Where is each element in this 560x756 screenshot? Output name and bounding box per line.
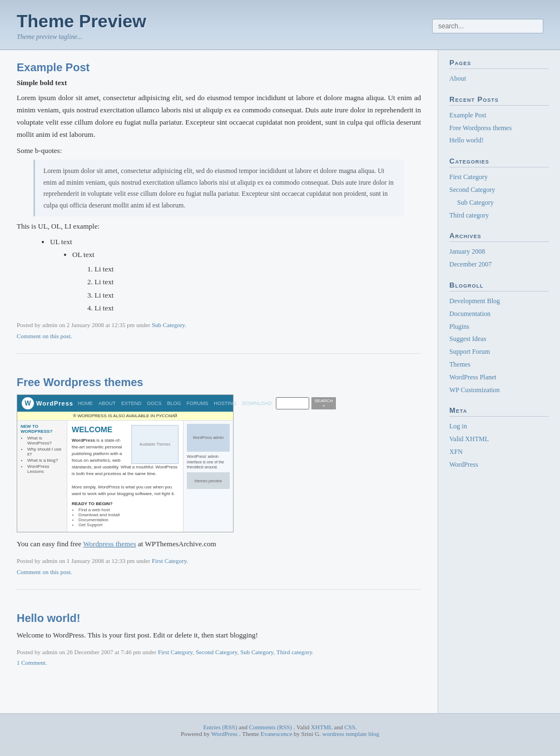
- site-footer: Entries (RSS) and Comments (RSS) . Valid…: [0, 713, 560, 747]
- post-meta-hello-text: Posted by admin on 26 December 2007 at 7…: [17, 649, 156, 655]
- sidebar-blogroll-6[interactable]: WordPress Planet: [449, 371, 549, 384]
- post-wordpress-themes: Free Wordpress themes W WordPress HOME A…: [17, 376, 421, 590]
- post-list-section: UL text OL text Li text Li text Li text …: [28, 235, 421, 314]
- sidebar-recent-posts: Recent Posts Example Post Free Wordpress…: [449, 95, 549, 147]
- footer-xhtml-link[interactable]: XHTML: [311, 724, 333, 730]
- sidebar-meta-3[interactable]: WordPress: [449, 458, 549, 471]
- wp-nav-blog[interactable]: BLOG: [167, 401, 181, 406]
- footer-entries-rss[interactable]: Entries (RSS): [204, 724, 237, 730]
- footer-css-link[interactable]: CSS: [344, 724, 355, 730]
- sidebar-pages-about[interactable]: About: [449, 72, 549, 85]
- sidebar-cat-0[interactable]: First Category: [449, 171, 549, 184]
- wp-new-item-1: What is WordPress?: [27, 436, 63, 446]
- post-hello-comment[interactable]: 1 Comment.: [17, 659, 47, 666]
- wp-nav-forums[interactable]: FORUMS: [186, 401, 208, 406]
- wp-nav-hosting[interactable]: HOSTING: [214, 401, 236, 406]
- footer-evanescence-link[interactable]: Evanescence: [261, 730, 293, 737]
- sidebar-meta-title: Meta: [449, 406, 549, 417]
- sidebar-cat-1[interactable]: Second Category: [449, 184, 549, 196]
- post-hello-cat4[interactable]: Third category: [276, 649, 312, 655]
- wp-nav-about[interactable]: ABOUT: [98, 401, 116, 406]
- wp-new-list: What is WordPress? Why should I use it? …: [21, 436, 63, 474]
- wp-right-text: WordPress' admin interface is one of the…: [187, 454, 230, 470]
- sidebar-cat-3[interactable]: Third category: [449, 209, 549, 222]
- wp-ready-item-1: Find a web host: [78, 507, 179, 512]
- sidebar-archive-1[interactable]: December 2007: [449, 258, 549, 271]
- footer-line1: Entries (RSS) and Comments (RSS) . Valid…: [10, 724, 550, 730]
- li-item-3: Li text: [95, 289, 421, 302]
- wp-new-heading: NEW TO WORDPRESS?: [21, 424, 63, 434]
- sidebar-blogroll-title: Blogroll: [449, 281, 549, 291]
- sidebar-meta-0[interactable]: Log in: [449, 420, 549, 433]
- post-wp-themes-link[interactable]: Wordpress themes: [83, 540, 136, 548]
- site-header: Theme Preview Theme preview tagline...: [0, 0, 560, 50]
- sidebar-recent-post-0[interactable]: Example Post: [449, 109, 549, 122]
- post-blockquote: Lorem ipsum dolor sit amet, consectetur …: [33, 160, 404, 216]
- sidebar-blogroll-1[interactable]: Documentation: [449, 308, 549, 320]
- post-title-wp: Free Wordpress themes: [17, 376, 421, 389]
- wp-main-body: Available Themes WELCOME WordPress is a …: [67, 421, 183, 532]
- wp-body: NEW TO WORDPRESS? What is WordPress? Why…: [17, 421, 233, 532]
- footer-period: .: [294, 724, 295, 730]
- footer-period2: .: [355, 724, 357, 730]
- ul-item: UL text: [50, 235, 421, 248]
- wp-nav-home[interactable]: HOME: [78, 401, 93, 406]
- search-input[interactable]: [432, 19, 543, 33]
- wp-ready-heading: READY TO BEGIN?: [72, 501, 113, 506]
- wp-sidebar-left: NEW TO WORDPRESS? What is WordPress? Why…: [17, 421, 67, 532]
- post-hello-world: Hello world! Welcome to WordPress. This …: [17, 612, 421, 680]
- site-title: Theme Preview: [17, 11, 146, 32]
- post-category-link[interactable]: Sub Category: [152, 322, 185, 328]
- header-search: [432, 19, 543, 33]
- wp-nav-extend[interactable]: EXTEND: [121, 401, 142, 406]
- sidebar: Pages About Recent Posts Example Post Fr…: [438, 50, 560, 713]
- wordpress-screenshot: W WordPress HOME ABOUT EXTEND DOCS BLOG …: [17, 394, 234, 532]
- post-hello-cat2[interactable]: Second Category: [196, 649, 237, 655]
- sidebar-blogroll-4[interactable]: Support Forum: [449, 345, 549, 358]
- sidebar-archives: Archives January 2008 December 2007: [449, 231, 549, 271]
- post-hello-cat1[interactable]: First Category: [158, 649, 193, 655]
- footer-powered: Powered by: [181, 730, 210, 737]
- sidebar-meta-1[interactable]: Valid XHTML: [449, 433, 549, 446]
- post-bquotes-heading: Some b-quotes:: [17, 146, 421, 155]
- post-wp-category-link[interactable]: First Category: [152, 557, 187, 564]
- post-list-intro: This is UL, OL, LI example:: [17, 222, 421, 231]
- sidebar-meta: Meta Log in Valid XHTML XFN WordPress: [449, 406, 549, 471]
- sidebar-blogroll: Blogroll Development Blog Documentation …: [449, 281, 549, 396]
- footer-wordpress-link[interactable]: WordPress: [211, 730, 237, 737]
- post-title-link-wp[interactable]: Free Wordpress themes: [17, 376, 143, 388]
- footer-wordress-blog-link[interactable]: wordress template blog: [322, 730, 379, 737]
- post-title-example: Example Post: [17, 61, 421, 74]
- sidebar-blogroll-2[interactable]: Plugins: [449, 320, 549, 333]
- wp-screenshot-header: W WordPress HOME ABOUT EXTEND DOCS BLOG …: [17, 395, 233, 412]
- wp-right-col: WordPress admin WordPress' admin interfa…: [183, 421, 233, 532]
- sidebar-cat-2[interactable]: Sub Category: [449, 196, 549, 209]
- wp-search-input[interactable]: [276, 397, 309, 409]
- post-wp-comment-link[interactable]: Comment on this post.: [17, 569, 72, 575]
- post-title-link-hello[interactable]: Hello world!: [17, 612, 80, 624]
- wp-themes-img: Available Themes: [131, 425, 179, 464]
- wp-right-img2: themes preview: [187, 472, 230, 489]
- wp-nav-docs[interactable]: DOCS: [147, 401, 161, 406]
- post-title-link-example[interactable]: Example Post: [17, 61, 90, 73]
- sidebar-blogroll-5[interactable]: Themes: [449, 358, 549, 371]
- sidebar-blogroll-3[interactable]: Suggest Ideas: [449, 333, 549, 345]
- site-tagline: Theme preview tagline...: [17, 33, 146, 41]
- post-hello-cat3[interactable]: Sub Category: [240, 649, 273, 655]
- wp-search-button[interactable]: SEARCH »: [311, 397, 335, 409]
- sidebar-recent-post-2[interactable]: Hello world!: [449, 134, 549, 147]
- footer-theme-text: . Theme: [239, 730, 259, 737]
- sidebar-recent-post-1[interactable]: Free Wordpress themes: [449, 122, 549, 135]
- sidebar-blogroll-0[interactable]: Development Blog: [449, 295, 549, 308]
- wp-screenshot-search: SEARCH »: [276, 397, 335, 409]
- sidebar-archive-0[interactable]: January 2008: [449, 245, 549, 258]
- sidebar-blogroll-7[interactable]: WP Customization: [449, 384, 549, 397]
- wp-logo-circle: W: [22, 397, 34, 409]
- footer-comments-rss[interactable]: Comments (RSS): [249, 724, 292, 730]
- post-comment-link[interactable]: Comment on this post.: [17, 333, 72, 339]
- wp-nav-download[interactable]: DOWNLOAD: [242, 401, 271, 406]
- sidebar-meta-2[interactable]: XFN: [449, 446, 549, 458]
- post-wp-desc2: at WPThemesArchive.com: [138, 540, 216, 548]
- sidebar-archives-title: Archives: [449, 231, 549, 242]
- wp-right-img1: WordPress admin: [187, 424, 230, 452]
